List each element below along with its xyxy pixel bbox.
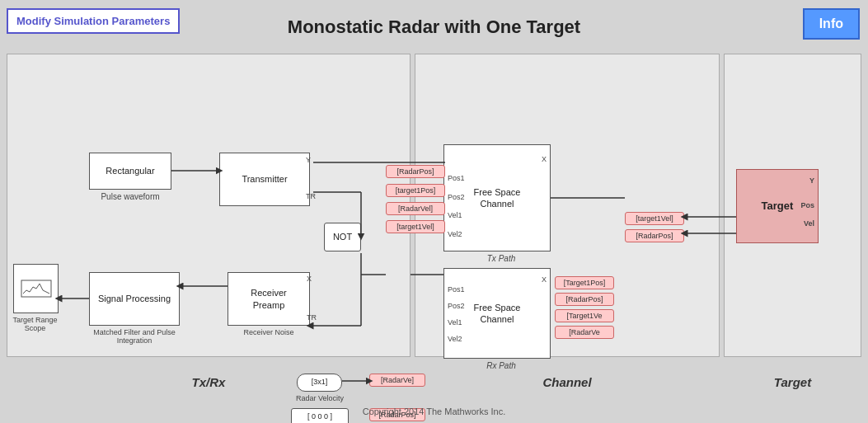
page-title: Monostatic Radar with One Target — [288, 16, 580, 38]
diagram-area: Tx/Rx Channel Target Target Range Scope … — [7, 54, 861, 398]
target1vel-target-tag: [target1Vel] — [625, 212, 684, 225]
target-block[interactable]: Target Y Pos Vel — [736, 169, 819, 243]
pulse-waveform-label: Pulse waveform — [89, 192, 171, 201]
free-space-rx-block[interactable]: Free Space Channel X Pos1 Pos2 Vel1 Vel2 — [443, 268, 551, 359]
signal-processing-block[interactable]: Signal Processing — [89, 272, 180, 326]
target-label: Target — [774, 375, 811, 389]
target1pos-target-tag: [RadarPos] — [625, 229, 684, 242]
radarvel-tag: [RadarVel] — [386, 202, 445, 215]
copyright-text: Copyright 2014 The Mathworks Inc. — [363, 407, 505, 416]
radarpos-tag: [RadarPos] — [386, 165, 445, 178]
tx-path-label: Tx Path — [464, 254, 538, 263]
radar-velocity-const[interactable]: [3x1] — [297, 374, 342, 392]
modify-simulation-button[interactable]: Modify Simulation Parameters — [7, 8, 180, 34]
channel-label: Channel — [542, 375, 591, 389]
rectangular-block[interactable]: Rectangular — [89, 153, 171, 190]
preamp-tr-port: TR — [307, 313, 317, 322]
radar-position-const[interactable]: [ 0 0 0 ] — [291, 408, 349, 423]
receiver-preamp-block[interactable]: Receiver Preamp — [228, 272, 310, 326]
target1vel-tx-tag: [target1Vel] — [386, 220, 445, 233]
free-space-tx-block[interactable]: Free Space Channel X Pos1 Pos2 Vel1 Vel2 — [443, 144, 551, 251]
radarve-rx-tag: [RadarVe — [555, 326, 614, 339]
info-button[interactable]: Info — [803, 8, 860, 40]
target1ve-rx-tag: [Target1Ve — [555, 309, 614, 322]
not-gate-block[interactable]: NOT — [324, 223, 361, 251]
transmitter-y-port: Y — [306, 156, 311, 164]
transmitter-block[interactable]: Transmitter — [219, 153, 310, 206]
preamp-x-port: X — [307, 275, 312, 283]
signal-processing-sub-label: Matched Filter and Pulse Integration — [77, 328, 192, 345]
scope-label: Target Range Scope — [8, 316, 62, 332]
scope-block[interactable] — [13, 264, 59, 313]
radarpos-rx-tag: [RadarPos] — [555, 293, 614, 306]
radarvel-bottom-tag: [RadarVe] — [369, 374, 425, 387]
target1pos-tx-tag: [target1Pos] — [386, 184, 445, 197]
radar-velocity-label: Radar Velocity — [283, 394, 357, 402]
txrx-label: Tx/Rx — [192, 375, 226, 389]
header: Modify Simulation Parameters Monostatic … — [0, 0, 868, 54]
txrx-panel: Tx/Rx — [7, 54, 411, 357]
target1pos-rx-tag: [Target1Pos] — [555, 276, 614, 289]
receiver-noise-label: Receiver Noise — [219, 328, 318, 336]
transmitter-tr-port: TR — [306, 192, 316, 200]
rx-path-label: Rx Path — [464, 361, 538, 370]
